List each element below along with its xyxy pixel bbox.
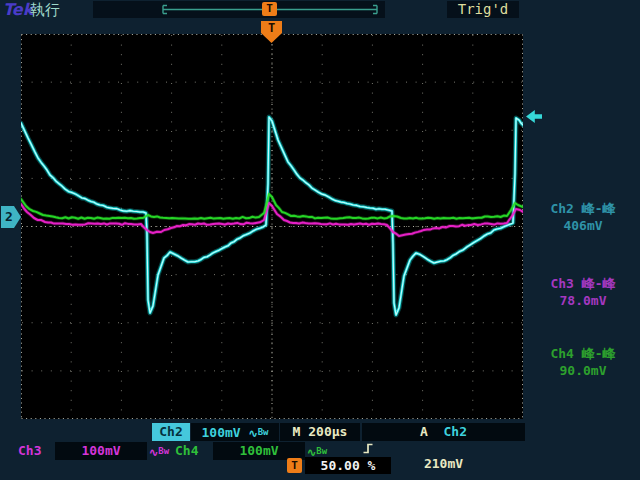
trigger-source-label: Ch2 (444, 424, 467, 439)
ch2-channel-button[interactable]: Ch2 (152, 423, 190, 441)
tek-logo: Tek (3, 0, 33, 19)
timebase-value: 200µs (308, 424, 347, 439)
measurement-ch2-channel: Ch2 (550, 201, 573, 216)
trigger-readout[interactable]: A Ch2 210mV (362, 423, 525, 441)
ch4-scale-value: 100mV (239, 443, 278, 458)
measurement-ch4-channel: Ch4 (550, 346, 573, 361)
channel2-ground-marker[interactable]: 2 (1, 206, 21, 228)
trigger-status-box: Trig'd (447, 1, 519, 18)
measurement-ch2-value: 406mV (528, 217, 638, 234)
ch2-scale-value: 100mV (201, 425, 240, 440)
measurement-ch3-type: 峰-峰 (582, 276, 616, 291)
measurement-ch2-pkpk: Ch2 峰-峰 406mV (528, 200, 638, 234)
ch3-coupling-icon: ∿ (149, 446, 158, 459)
measurement-ch4-type: 峰-峰 (582, 346, 616, 361)
ch4-bandwidth-icon: Bw (316, 446, 327, 456)
measurement-ch4-pkpk: Ch4 峰-峰 90.0mV (528, 345, 638, 379)
trigger-position-icon[interactable]: T (262, 2, 277, 16)
status-row-1: Ch2 100mV ∿Bw M 200µs A Ch2 210mV (0, 423, 640, 441)
measurement-ch3-value: 78.0mV (528, 292, 638, 309)
measurement-ch3-pkpk: Ch3 峰-峰 78.0mV (528, 275, 638, 309)
trigger-level-arrow-icon[interactable] (526, 110, 542, 123)
ch4-channel-button[interactable]: Ch4 (175, 442, 198, 460)
measurement-ch2-type: 峰-峰 (582, 201, 616, 216)
acquisition-run-status: 執行 (30, 1, 60, 20)
ch3-bandwidth-icon: Bw (158, 446, 169, 456)
horizontal-position-readout[interactable]: 50.00 % (305, 457, 391, 474)
trigger-status-label: Trig'd (447, 1, 519, 18)
timebase-label: M (293, 424, 301, 439)
ch2-coupling-icon: ∿ (248, 427, 257, 440)
waveform-display (21, 34, 523, 419)
waveform-svg (21, 34, 523, 419)
ch3-channel-button[interactable]: Ch3 (18, 442, 41, 460)
timebase-readout[interactable]: M 200µs (280, 423, 360, 441)
ch3-scale-readout[interactable]: 100mV (55, 442, 147, 460)
horizontal-position-icon: T (287, 458, 302, 473)
measurement-ch3-channel: Ch3 (550, 276, 573, 291)
ch3-coupling-bw-icons: ∿Bw (149, 442, 169, 462)
oscilloscope-screen: Tek 執行 T Trig'd T 2 Ch2 峰-峰 406mV Ch3 峰-… (0, 0, 640, 480)
trigger-mode-label: A (420, 424, 428, 439)
ch3-scale-value: 100mV (81, 443, 120, 458)
measurement-ch4-value: 90.0mV (528, 362, 638, 379)
ch2-scale-readout[interactable]: 100mV ∿Bw (191, 423, 279, 441)
ch2-bandwidth-icon: Bw (258, 427, 269, 437)
record-view-bar (93, 1, 385, 18)
acquisition-window-bracket (93, 1, 385, 18)
